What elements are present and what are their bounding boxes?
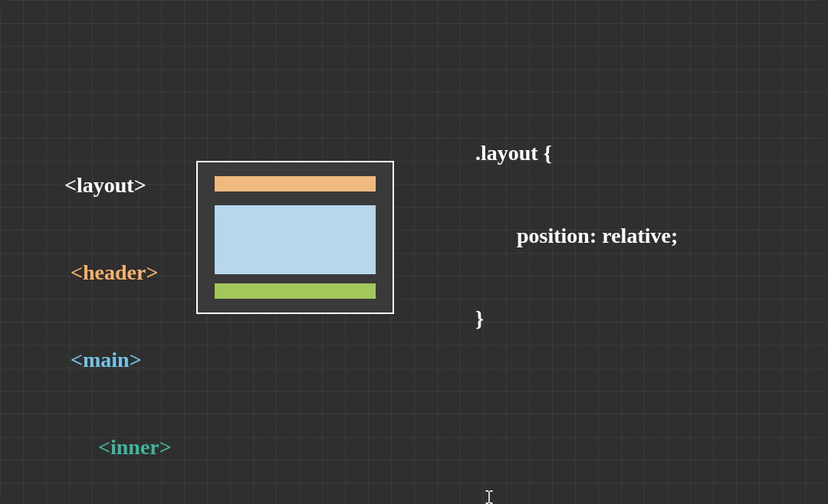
tag-header: <header>: [43, 258, 172, 287]
tag-main-open: <main>: [43, 345, 172, 375]
tag-layout-open: <layout>: [64, 173, 146, 197]
preview-inner-box: [215, 205, 376, 274]
preview-footer-bar: [215, 283, 376, 299]
preview-header-bar: [215, 176, 376, 191]
css-layout-selector: .layout {: [475, 139, 732, 167]
css-code-block: .layout { position: relative; } header {…: [475, 2, 732, 504]
tag-inner: <inner>: [43, 433, 172, 462]
css-layout-decl-1: position: relative;: [475, 222, 732, 250]
css-rule-layout: .layout { position: relative; }: [475, 84, 732, 388]
css-rule-header: header { position: absolute; width: 100%…: [475, 481, 732, 504]
slide-canvas: <layout> <header> <main> <inner> </main>…: [0, 0, 828, 504]
html-code-block: <layout> <header> <main> <inner> </main>…: [43, 142, 172, 504]
layout-preview: [196, 161, 394, 314]
css-layout-close: }: [475, 305, 732, 332]
